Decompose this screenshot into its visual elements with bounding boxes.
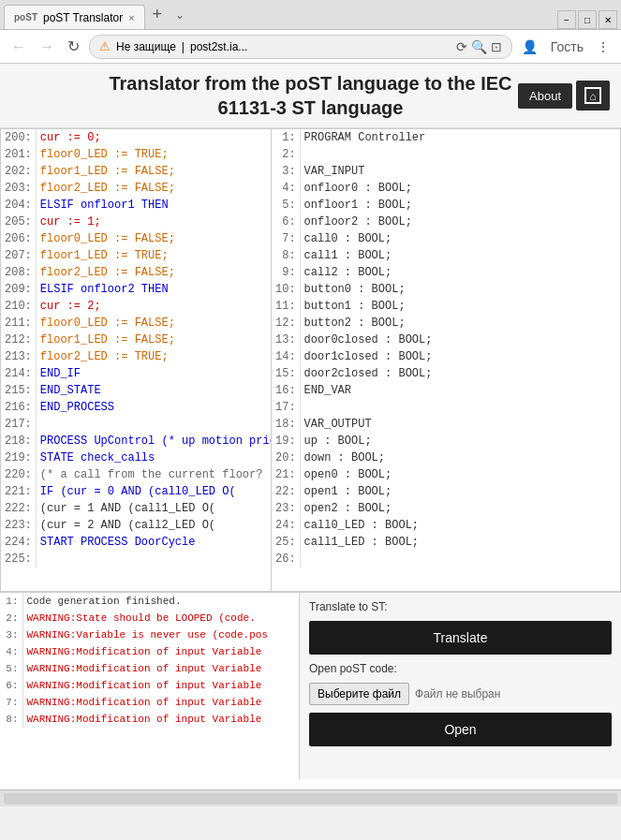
table-row: 215: END_STATE [1, 382, 271, 399]
table-row: 202: floor1_LED := FALSE; [1, 163, 271, 180]
table-row: 212: floor1_LED := FALSE; [1, 332, 271, 348]
table-row: 1:PROGRAM Controller [272, 129, 620, 146]
table-row: 209: ELSIF onfloor2 THEN [1, 281, 271, 298]
table-row: 225: [1, 551, 271, 567]
left-code-scroll[interactable]: 200: cur := 0;201: floor0_LED := TRUE;20… [1, 129, 271, 591]
table-row: 208: floor2_LED := FALSE; [1, 264, 271, 281]
table-row: 25: call1_LED : BOOL; [272, 534, 620, 551]
table-row: 26: [272, 551, 620, 567]
right-code-scroll[interactable]: 1:PROGRAM Controller2:3:VAR_INPUT4: onfl… [272, 129, 620, 591]
profile-icon[interactable]: 👤 [518, 37, 541, 56]
log-table: 1:Code generation finished.2:WARNING:Sta… [0, 593, 299, 728]
table-row: 222: (cur = 1 AND (call1_LED O( [1, 500, 271, 517]
close-btn[interactable]: ✕ [599, 10, 617, 29]
table-row: 17: [272, 399, 620, 416]
reload-btn[interactable]: ↻ [64, 36, 83, 57]
tab-search-icon[interactable]: ⊡ [491, 39, 502, 54]
table-row: 13: door0closed : BOOL; [272, 332, 620, 348]
app-container: Translator from the poST language to the… [0, 64, 621, 789]
table-row: 21: open0 : BOOL; [272, 466, 620, 483]
forward-btn[interactable]: → [36, 37, 58, 57]
maximize-btn[interactable]: □ [578, 10, 597, 29]
file-chooser-row: Выберите файл Файл не выбран [309, 683, 612, 705]
table-row: 10: button0 : BOOL; [272, 281, 620, 298]
right-control-panel: Translate to ST: Translate Open poST cod… [300, 593, 621, 779]
app-header: Translator from the poST language to the… [0, 64, 621, 128]
table-row: 201: floor0_LED := TRUE; [1, 146, 271, 163]
translate-page-icon[interactable]: ⟳ [456, 39, 467, 54]
table-row: 24: call0_LED : BOOL; [272, 517, 620, 534]
table-row: 11: button1 : BOOL; [272, 298, 620, 315]
open-post-label: Open poST code: [309, 662, 612, 675]
table-row: 223: (cur = 2 AND (call2_LED O( [1, 517, 271, 534]
table-row: 12: button2 : BOOL; [272, 315, 620, 332]
table-row: 219: STATE check_calls [1, 449, 271, 466]
table-row: 206: floor0_LED := FALSE; [1, 230, 271, 247]
back-btn[interactable]: ← [7, 37, 30, 57]
open-button[interactable]: Open [309, 713, 612, 746]
table-row: 22: open1 : BOOL; [272, 483, 620, 500]
status-bar [0, 789, 621, 806]
table-row: 214: END_IF [1, 365, 271, 382]
guest-label: Гость [547, 37, 587, 56]
list-item: 7:WARNING:Modification of input Variable [0, 694, 299, 711]
table-row: 220: (* a call from the current floor? [1, 466, 271, 483]
table-row: 204: ELSIF onfloor1 THEN [1, 197, 271, 214]
address-input[interactable]: ⚠ Не защище | post2st.ia... ⟳ 🔍 ⊡ [89, 35, 512, 59]
browser-menu-icon[interactable]: ⋮ [593, 37, 614, 56]
list-item: 4:WARNING:Modification of input Variable [0, 643, 299, 660]
table-row: 19: up : BOOL; [272, 433, 620, 449]
table-row: 3:VAR_INPUT [272, 163, 620, 180]
translate-to-st-label: Translate to ST: [309, 600, 612, 613]
tab-menu-btn[interactable]: ⌄ [170, 8, 190, 22]
log-panel: 1:Code generation finished.2:WARNING:Sta… [0, 593, 300, 779]
logo-button[interactable]: ⌂ [576, 81, 610, 111]
security-warning-icon: ⚠ [99, 39, 111, 53]
table-row: 4: onfloor0 : BOOL; [272, 180, 620, 197]
address-separator: | [182, 40, 185, 53]
active-tab[interactable]: poST poST Translator × [4, 5, 145, 29]
address-url: post2st.ia... [190, 40, 247, 53]
tab-bar: poST poST Translator × + ⌄ − □ ✕ [0, 0, 621, 30]
minimize-btn[interactable]: − [557, 10, 576, 29]
left-code-panel: 200: cur := 0;201: floor0_LED := TRUE;20… [0, 128, 272, 592]
window-controls: − □ ✕ [557, 10, 617, 29]
table-row: 203: floor2_LED := FALSE; [1, 180, 271, 197]
list-item: 5:WARNING:Modification of input Variable [0, 660, 299, 677]
table-row: 224: START PROCESS DoorCycle [1, 534, 271, 551]
table-row: 15: door2closed : BOOL; [272, 365, 620, 382]
right-code-panel: 1:PROGRAM Controller2:3:VAR_INPUT4: onfl… [272, 128, 621, 592]
bottom-area: 1:Code generation finished.2:WARNING:Sta… [0, 592, 621, 779]
about-button[interactable]: About [518, 83, 572, 109]
find-icon[interactable]: 🔍 [471, 39, 487, 54]
tab-title: poST Translator [43, 11, 123, 24]
table-row: 218:PROCESS UpControl (* up motion prior… [1, 433, 271, 449]
address-action-icons: ⟳ 🔍 ⊡ [456, 39, 502, 54]
table-row: 8: call1 : BOOL; [272, 247, 620, 264]
list-item: 1:Code generation finished. [0, 593, 299, 610]
tab-close-btn[interactable]: × [128, 12, 134, 23]
translate-button[interactable]: Translate [309, 621, 612, 655]
table-row: 16:END_VAR [272, 382, 620, 399]
table-row: 210: cur := 2; [1, 298, 271, 315]
address-bar: ← → ↻ ⚠ Не защище | post2st.ia... ⟳ 🔍 ⊡ … [0, 30, 621, 64]
list-item: 3:WARNING:Variable is never use (code.po… [0, 626, 299, 643]
choose-file-button[interactable]: Выберите файл [309, 683, 409, 705]
address-not-secure: Не защище [116, 40, 176, 53]
table-row: 20: down : BOOL; [272, 449, 620, 466]
right-code-table: 1:PROGRAM Controller2:3:VAR_INPUT4: onfl… [272, 129, 620, 567]
table-row: 18:VAR_OUTPUT [272, 416, 620, 433]
new-tab-btn[interactable]: + [145, 5, 170, 24]
table-row: 6: onfloor2 : BOOL; [272, 214, 620, 230]
status-scrollbar[interactable] [4, 793, 617, 804]
list-item: 6:WARNING:Modification of input Variable [0, 677, 299, 694]
table-row: 221: IF (cur = 0 AND (call0_LED O( [1, 483, 271, 500]
logo-icon: ⌂ [584, 86, 602, 105]
table-row: 2: [272, 146, 620, 163]
header-buttons: About ⌂ [518, 81, 610, 111]
table-row: 211: floor0_LED := FALSE; [1, 315, 271, 332]
table-row: 14: door1closed : BOOL; [272, 348, 620, 365]
table-row: 213: floor2_LED := TRUE; [1, 348, 271, 365]
table-row: 7: call0 : BOOL; [272, 230, 620, 247]
file-name-display: Файл не выбран [415, 687, 500, 700]
